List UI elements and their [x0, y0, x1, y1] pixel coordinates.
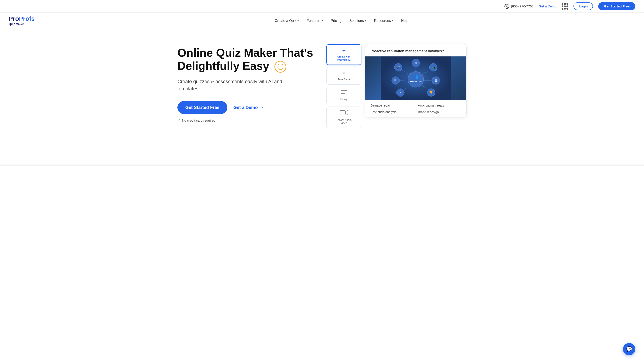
chevron-down-icon: ▾ [392, 19, 393, 22]
login-button[interactable]: Login [573, 2, 593, 10]
quiz-answer-3[interactable]: Post-crisis analysis [370, 110, 413, 114]
svg-text:👥: 👥 [413, 74, 418, 80]
svg-rect-3 [340, 110, 345, 115]
nav-pricing[interactable]: Pricing [331, 19, 341, 23]
svg-text:🔍: 🔍 [394, 79, 398, 82]
get-demo-top-link[interactable]: Get a Demo [539, 4, 557, 8]
hero-section: Online Quiz Maker That's Delightfully Ea… [169, 29, 475, 160]
true-false-icon: ✕ [342, 71, 346, 76]
apps-grid-icon[interactable] [562, 3, 568, 10]
ai-card-label: Create withProProfs AI [337, 55, 350, 62]
qt-essay-label: Essay [340, 98, 348, 101]
svg-rect-2 [341, 93, 345, 94]
chevron-down-icon: ▾ [297, 19, 299, 22]
logo-pro: Pro [9, 16, 19, 22]
svg-rect-0 [341, 90, 347, 91]
logo-profs: Profs [19, 16, 35, 22]
nav-solutions[interactable]: Solutions ▾ [349, 19, 366, 23]
chevron-down-icon: ▾ [365, 19, 366, 22]
quiz-answer-2[interactable]: Anticipating threats [418, 104, 461, 107]
record-video-icon [340, 110, 348, 117]
quiz-question: Proactive reputation management involves… [365, 44, 466, 56]
nav-features[interactable]: Features ▾ [307, 19, 323, 23]
quiz-answer-1[interactable]: Damage repair [370, 104, 413, 107]
reputation-network-graphic: 👥 REPUTATION 🎤 ⚙ 📺 [381, 56, 451, 100]
hero-buttons: Get Started Free Get a Demo → [177, 101, 318, 114]
nav-items: Create a Quiz ▾ Features ▾ Pricing Solut… [48, 19, 635, 23]
no-credit-card-note: ✓ No credit card required. [177, 118, 318, 122]
svg-text:🏆: 🏆 [429, 91, 433, 94]
hero-left: Online Quiz Maker That's Delightfully Ea… [177, 42, 318, 122]
get-started-hero-button[interactable]: Get Started Free [177, 101, 227, 114]
svg-text:REPUTATION: REPUTATION [409, 80, 422, 83]
chevron-down-icon: ▾ [322, 19, 323, 22]
nav-resources[interactable]: Resources ▾ [374, 19, 393, 23]
qt-record-label: Record Audio/Video [336, 118, 352, 125]
top-bar: 📞 (855) 776-7763 Get a Demo Login Get St… [0, 0, 644, 13]
qt-true-false-label: True False [338, 78, 350, 81]
phone-number: 📞 (855) 776-7763 [505, 4, 534, 9]
svg-text:🖥: 🖥 [434, 79, 438, 82]
qt-record-card[interactable]: Record Audio/Video [326, 106, 361, 128]
nav-help[interactable]: Help [401, 19, 408, 23]
ai-star-icon: ✦ [342, 48, 346, 54]
bottom-bar [0, 164, 644, 166]
question-types-panel: ✦ Create withProProfs AI ✕ True False Es… [326, 44, 361, 128]
svg-text:⚙: ⚙ [414, 61, 417, 65]
qt-essay-card[interactable]: Essay [326, 87, 361, 104]
nav-create-quiz[interactable]: Create a Quiz ▾ [275, 19, 299, 23]
svg-rect-1 [341, 92, 347, 92]
hero-title: Online Quiz Maker That's Delightfully Ea… [177, 46, 318, 72]
smile-emoji-icon [275, 61, 286, 72]
quiz-answers: Damage repair Anticipating threats Post-… [365, 100, 466, 117]
essay-icon [341, 90, 347, 96]
svg-point-6 [408, 72, 424, 87]
logo[interactable]: Pro Profs Quiz Maker [9, 16, 35, 26]
get-started-top-button[interactable]: Get Started Free [598, 2, 635, 10]
qt-true-false-card[interactable]: ✕ True False [326, 67, 361, 85]
quiz-preview-card: Proactive reputation management involves… [365, 44, 467, 118]
hero-subtitle: Create quizzes & assessments easily with… [177, 78, 291, 92]
navbar: Pro Profs Quiz Maker Create a Quiz ▾ Fea… [0, 13, 644, 29]
arrow-right-icon: → [260, 105, 264, 110]
svg-marker-4 [346, 110, 348, 115]
svg-text:🎤: 🎤 [396, 66, 400, 69]
quiz-answer-4[interactable]: Brand redesign [418, 110, 461, 114]
phone-icon: 📞 [505, 4, 509, 9]
quiz-image: 👥 REPUTATION 🎤 ⚙ 📺 [365, 56, 466, 100]
svg-text:📺: 📺 [432, 66, 436, 69]
logo-subtitle: Quiz Maker [9, 22, 35, 26]
hero-right: ✦ Create withProProfs AI ✕ True False Es… [326, 42, 467, 128]
qt-ai-card[interactable]: ✦ Create withProProfs AI [326, 44, 361, 65]
svg-text:✓: ✓ [399, 91, 402, 94]
get-demo-hero-link[interactable]: Get a Demo → [234, 105, 264, 110]
checkmark-icon: ✓ [177, 118, 180, 122]
